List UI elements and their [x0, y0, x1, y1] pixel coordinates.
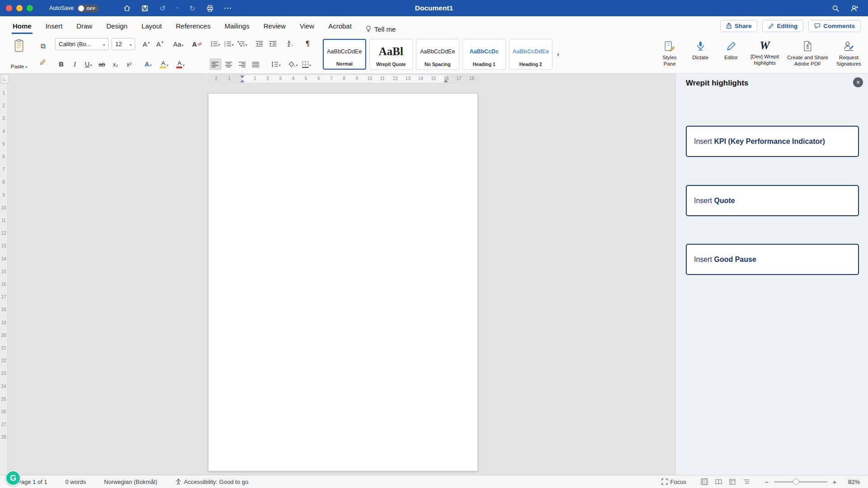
sort-button[interactable]: AZ [284, 38, 297, 50]
tab-acrobat[interactable]: Acrobat [327, 18, 353, 34]
tab-home[interactable]: Home [12, 18, 33, 34]
tab-design[interactable]: Design [105, 18, 128, 34]
wrepit-highlights-button[interactable]: W [Dev] Wrepit highlights [748, 38, 781, 70]
create-adobe-pdf-button[interactable]: Create and Share Adobe PDF [785, 38, 830, 70]
editing-mode-button[interactable]: Editing [762, 20, 803, 32]
styles-pane-button[interactable]: Styles Pane [656, 38, 683, 70]
tab-review[interactable]: Review [263, 18, 287, 34]
paste-button[interactable]: Paste [7, 38, 31, 70]
search-icon[interactable] [831, 4, 840, 13]
close-icon[interactable] [853, 77, 863, 87]
numbered-list-button[interactable]: 123 [223, 38, 235, 50]
zoom-in-button[interactable]: + [831, 478, 838, 486]
borders-button[interactable] [301, 58, 313, 70]
outline-view-button[interactable] [742, 478, 750, 485]
focus-mode-button[interactable]: Focus [661, 479, 686, 485]
home-icon[interactable] [123, 4, 132, 13]
hanging-indent-marker[interactable] [240, 80, 245, 82]
superscript-button[interactable]: x² [123, 58, 135, 70]
tab-layout[interactable]: Layout [141, 18, 163, 34]
style-heading-2[interactable]: AaBbCcDdEe Heading 2 [509, 39, 552, 70]
vertical-ruler[interactable]: 1234567891011121314151617181920212223242… [0, 84, 8, 475]
subscript-button[interactable]: x₂ [109, 58, 122, 70]
tab-mailings[interactable]: Mailings [224, 18, 250, 34]
bullet-list-button[interactable] [209, 38, 222, 50]
coauthor-presence-icon[interactable] [850, 4, 859, 13]
right-indent-marker[interactable] [443, 80, 448, 82]
shrink-font-button[interactable]: A▾ [154, 38, 166, 50]
clear-formatting-button[interactable]: A [191, 38, 203, 50]
style-no-spacing[interactable]: AaBbCcDdEe No Spacing [416, 39, 459, 70]
close-window-button[interactable] [6, 5, 12, 11]
print-icon[interactable] [205, 4, 214, 13]
font-color-button[interactable]: A [175, 58, 187, 70]
strikethrough-button[interactable]: ab [96, 58, 108, 70]
document-page[interactable] [208, 93, 478, 471]
bold-button[interactable]: B [55, 58, 67, 70]
format-painter-icon[interactable] [38, 57, 48, 67]
insert-good-pause-button[interactable]: Insert Good Pause [686, 244, 859, 275]
save-icon[interactable] [140, 4, 149, 13]
zoom-out-button[interactable]: − [764, 478, 770, 486]
justify-button[interactable] [250, 58, 262, 70]
immersive-reader-view-button[interactable] [714, 478, 722, 485]
copy-icon[interactable] [38, 41, 48, 51]
styles-gallery-more-button[interactable]: › [556, 50, 561, 59]
grow-font-button[interactable]: A▴ [140, 38, 152, 50]
tab-insert[interactable]: Insert [45, 18, 64, 34]
tell-me-button[interactable]: Tell me [365, 21, 397, 34]
italic-button[interactable]: I [69, 58, 81, 70]
align-center-button[interactable] [223, 58, 235, 70]
tab-stop-selector[interactable] [1, 74, 9, 83]
increase-indent-button[interactable] [267, 38, 279, 50]
redo-icon[interactable] [188, 4, 197, 13]
autosave-switch[interactable]: OFF [77, 5, 99, 12]
paste-dropdown-icon[interactable] [25, 64, 27, 69]
tab-references[interactable]: References [175, 18, 212, 34]
document-canvas[interactable] [8, 84, 675, 475]
style-heading-1[interactable]: AaBbCcDc Heading 1 [462, 39, 506, 70]
shading-button[interactable] [287, 58, 299, 70]
print-layout-view-button[interactable] [700, 478, 708, 485]
request-signatures-button[interactable]: Request Signatures [834, 38, 863, 70]
dictate-button[interactable]: Dictate [687, 38, 714, 70]
tab-draw[interactable]: Draw [75, 18, 93, 34]
page-count[interactable]: Page 1 of 1 [17, 479, 47, 485]
fullscreen-window-button[interactable] [27, 5, 33, 11]
align-right-button[interactable] [236, 58, 249, 70]
style-normal[interactable]: AaBbCcDdEe Normal [323, 39, 366, 70]
accessibility-status[interactable]: Accessibility: Good to go [175, 479, 248, 485]
editor-button[interactable]: Editor [717, 38, 745, 70]
share-button[interactable]: Share [720, 20, 758, 32]
text-effects-button[interactable]: A [142, 58, 154, 70]
change-case-button[interactable]: Aa [172, 38, 185, 50]
zoom-level[interactable]: 82% [842, 479, 860, 485]
font-size-select[interactable]: 12 [112, 38, 135, 50]
align-left-button[interactable] [209, 58, 222, 70]
zoom-slider[interactable] [774, 481, 827, 483]
horizontal-ruler[interactable]: 21123456789101112131415161718 [0, 74, 675, 84]
more-commands-icon[interactable] [223, 4, 232, 13]
multilevel-list-button[interactable] [236, 38, 249, 50]
web-layout-view-button[interactable] [728, 478, 736, 485]
show-formatting-marks-button[interactable]: ¶ [302, 38, 314, 50]
comments-button[interactable]: Comments [808, 20, 861, 32]
first-line-indent-marker[interactable] [240, 76, 245, 78]
zoom-slider-thumb[interactable] [793, 479, 799, 485]
language-status[interactable]: Norwegian (Bokmål) [104, 479, 157, 485]
decrease-indent-button[interactable] [254, 38, 266, 50]
tab-view[interactable]: View [299, 18, 315, 34]
autosave-toggle[interactable]: AutoSave OFF [49, 5, 99, 12]
insert-quote-button[interactable]: Insert Quote [686, 185, 859, 216]
undo-dropdown-icon[interactable] [175, 4, 179, 13]
highlight-color-button[interactable]: A [158, 58, 170, 70]
insert-kpi-button[interactable]: Insert KPI (Key Performance Indicator) [686, 126, 859, 157]
underline-button[interactable]: U [82, 58, 94, 70]
minimize-window-button[interactable] [16, 5, 23, 11]
line-spacing-button[interactable] [270, 58, 282, 70]
word-count[interactable]: 0 words [66, 479, 86, 485]
style-wrepit-quote[interactable]: AaBl Wrepit Quote [369, 39, 413, 70]
grammarly-badge[interactable]: G [5, 470, 21, 486]
undo-icon[interactable] [158, 4, 167, 13]
font-name-select[interactable]: Calibri (Bo... [55, 38, 108, 50]
